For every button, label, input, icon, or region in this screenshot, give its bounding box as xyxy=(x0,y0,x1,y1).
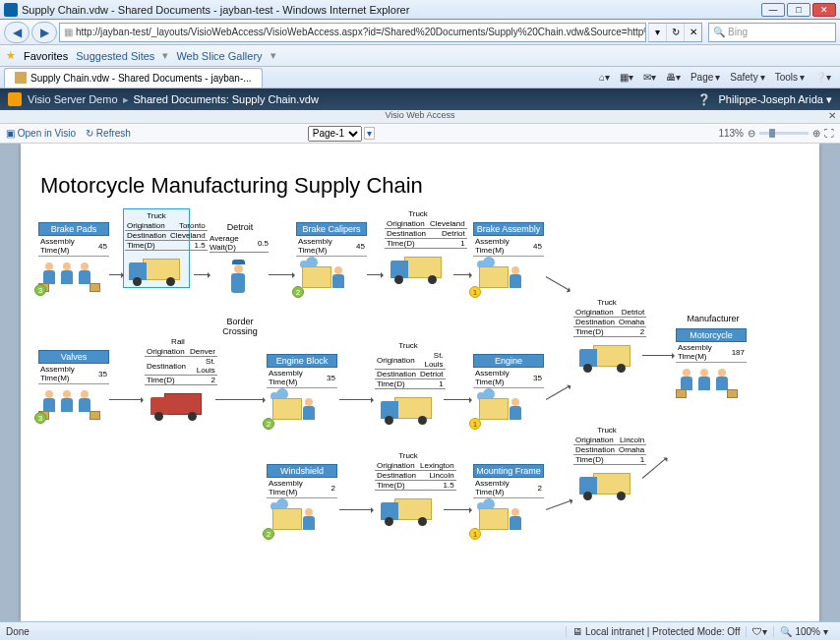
status-text: Done xyxy=(6,626,30,637)
favorites-bar: ★ Favorites Suggested Sites ▾ Web Slice … xyxy=(0,45,840,67)
truck-cleveland-detroit[interactable]: Truck OriginationCleveland DestinationDe… xyxy=(385,208,451,284)
label-manufacturer: Manufacturer xyxy=(674,314,752,323)
node-motorcycle[interactable]: Motorcycle Assembly Time(M)187 xyxy=(676,328,747,398)
vwa-title: Visio Web Access xyxy=(385,110,454,120)
refresh-button[interactable]: ↻ xyxy=(666,24,684,41)
safety-menu[interactable]: Safety ▾ xyxy=(725,72,769,83)
arrow xyxy=(339,399,373,400)
truck-lexington-lincoln[interactable]: Truck OriginationLexington DestinationLi… xyxy=(375,450,442,526)
vwa-toolbar: ▣ Open in Visio ↻ Refresh Page-1 ▾ 113% … xyxy=(0,124,840,144)
node-brake-calipers[interactable]: Brake Calipers Assembly Time(M)45 2 xyxy=(296,222,367,294)
truck-stlouis-detroit[interactable]: Truck OriginationSt. Louis DestinationDe… xyxy=(375,340,442,425)
tab-label: Supply Chain.vdw - Shared Documents - ja… xyxy=(30,73,252,84)
user-menu[interactable]: Philippe-Joseph Arida ▾ xyxy=(719,93,832,106)
window-title: Supply Chain.vdw - Shared Documents - ja… xyxy=(22,4,761,16)
intranet-icon: 🖥 xyxy=(572,626,582,637)
node-brake-assembly[interactable]: Brake Assembly Assembly Time(M)45 1 xyxy=(473,222,544,294)
window-titlebar: Supply Chain.vdw - Shared Documents - ja… xyxy=(0,0,840,20)
node-mounting-frame[interactable]: Mounting Frame Assembly Time(M)2 1 xyxy=(473,464,544,536)
arrow xyxy=(546,276,570,291)
arrow xyxy=(444,399,471,400)
zoom-slider[interactable] xyxy=(759,132,809,135)
border-guard-icon xyxy=(231,260,245,293)
arrow xyxy=(109,399,143,400)
sharepoint-icon xyxy=(8,92,22,106)
arrow xyxy=(453,274,471,275)
favorites-star-icon[interactable]: ★ xyxy=(6,49,16,62)
rank-badge: 3 xyxy=(34,284,46,296)
vwa-close-button[interactable]: ✕ xyxy=(828,110,836,121)
diagram-title: Motorcycle Manufacturing Supply Chain xyxy=(40,173,423,199)
truck-toronto-cleveland[interactable]: Truck OriginationToronto DestinationClev… xyxy=(123,208,190,288)
favorites-label[interactable]: Favorites xyxy=(24,50,68,62)
search-input[interactable]: 🔍 Bing xyxy=(708,23,836,42)
search-placeholder: Bing xyxy=(728,27,748,37)
help-button[interactable]: ❔▾ xyxy=(810,72,836,83)
arrow xyxy=(215,399,265,400)
zoom-out-button[interactable]: ⊖ xyxy=(748,128,755,139)
ie-favicon-icon xyxy=(4,3,18,17)
arrow xyxy=(194,274,210,275)
node-engine[interactable]: Engine Assembly Time(M)35 1 xyxy=(473,354,544,426)
rank-badge: 1 xyxy=(469,418,481,430)
refresh-diagram-button[interactable]: ↻ Refresh xyxy=(86,128,131,139)
open-in-visio-button[interactable]: ▣ Open in Visio xyxy=(6,128,76,139)
stop-button[interactable]: ✕ xyxy=(684,24,701,41)
search-icon: 🔍 xyxy=(713,27,725,37)
document-tab[interactable]: Supply Chain.vdw - Shared Documents - ja… xyxy=(4,68,263,87)
site-link[interactable]: Visio Server Demo xyxy=(28,93,118,105)
status-bar: Done 🖥Local intranet | Protected Mode: O… xyxy=(0,621,840,640)
arrow xyxy=(546,499,572,510)
page-icon: ▦ xyxy=(64,27,73,37)
url-text: http://jayban-test/_layouts/VisioWebAcce… xyxy=(76,27,646,37)
arrow xyxy=(546,385,570,400)
node-brake-pads[interactable]: Brake Pads Assembly Time(M)45 3 xyxy=(38,222,109,292)
mail-button[interactable]: ✉▾ xyxy=(638,72,661,83)
suggested-sites-link[interactable]: Suggested Sites xyxy=(76,50,154,62)
zoom-in-button[interactable]: ⊕ xyxy=(812,128,820,139)
avg-wait-table: Average Wait(D)0.5 xyxy=(210,234,269,253)
maximize-button[interactable]: □ xyxy=(787,3,810,17)
arrow xyxy=(444,509,471,510)
node-valves[interactable]: Valves Assembly Time(M)35 3 xyxy=(38,350,109,420)
node-engine-block[interactable]: Engine Block Assembly Time(M)35 2 xyxy=(267,354,337,426)
web-slice-link[interactable]: Web Slice Gallery xyxy=(176,50,262,62)
home-button[interactable]: ⌂▾ xyxy=(594,72,615,83)
arrow xyxy=(642,355,674,356)
url-dropdown-button[interactable]: ▾ xyxy=(648,24,666,41)
url-input[interactable]: ▦ http://jayban-test/_layouts/VisioWebAc… xyxy=(59,23,646,42)
arrow xyxy=(367,274,383,275)
print-button[interactable]: 🖶▾ xyxy=(661,72,686,83)
rail-denver-stlouis[interactable]: Rail OriginationDenver DestinationSt. Lo… xyxy=(145,336,211,421)
zoom-fit-button[interactable]: ⛶ xyxy=(824,128,834,139)
help-icon[interactable]: ❔ xyxy=(697,93,711,106)
address-bar: ◀ ▶ ▦ http://jayban-test/_layouts/VisioW… xyxy=(0,20,840,45)
vwa-title-bar: Visio Web Access ✕ xyxy=(0,110,840,124)
page-selector[interactable]: Page-1 ▾ xyxy=(308,126,375,142)
tools-menu[interactable]: Tools ▾ xyxy=(770,72,810,83)
arrow xyxy=(339,509,373,510)
arrow xyxy=(109,274,123,275)
label-border-crossing: Border Crossing xyxy=(213,317,267,336)
visio-tab-icon xyxy=(15,72,27,84)
minimize-button[interactable]: — xyxy=(761,3,785,17)
library-title: Shared Documents: Supply Chain.vdw xyxy=(134,93,319,105)
truck-detroit-omaha[interactable]: Truck OriginationDetriot DestinationOmah… xyxy=(573,297,640,373)
forward-button[interactable]: ▶ xyxy=(31,22,57,43)
truck-lincoln-omaha[interactable]: Truck OriginationLincoln DestinationOmah… xyxy=(573,425,640,500)
zoom-status[interactable]: 🔍 100% ▾ xyxy=(773,626,834,637)
rank-badge: 2 xyxy=(263,418,274,430)
rank-badge: 2 xyxy=(263,528,274,540)
close-button[interactable]: ✕ xyxy=(812,3,836,17)
arrow xyxy=(269,274,294,275)
node-windshield[interactable]: Windshield Assembly Time(M)2 2 xyxy=(267,464,337,536)
diagram-canvas[interactable]: Motorcycle Manufacturing Supply Chain Br… xyxy=(0,144,840,621)
tabs-bar: Supply Chain.vdw - Shared Documents - ja… xyxy=(0,67,840,88)
back-button[interactable]: ◀ xyxy=(4,22,30,43)
rank-badge: 1 xyxy=(469,528,481,540)
rank-badge: 1 xyxy=(469,286,481,298)
feeds-button[interactable]: ▦▾ xyxy=(615,72,638,83)
page-menu[interactable]: Page ▾ xyxy=(686,72,725,83)
protected-mode-icon[interactable]: 🛡▾ xyxy=(746,626,773,637)
rank-badge: 3 xyxy=(34,412,46,424)
